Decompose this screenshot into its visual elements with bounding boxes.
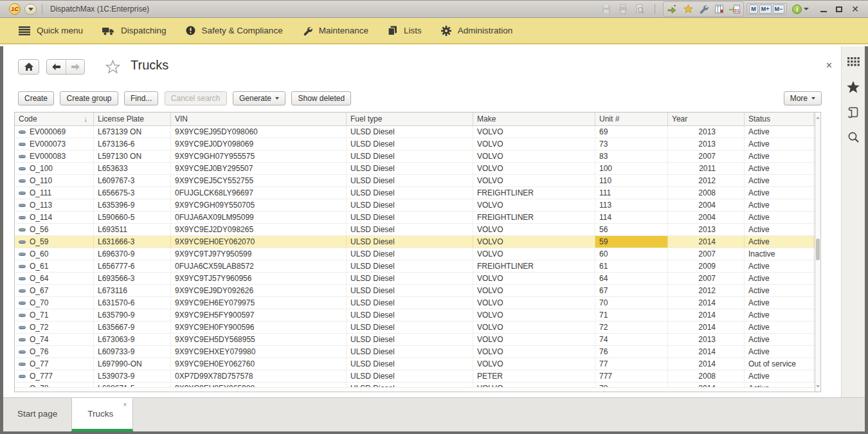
column-header-unit[interactable]: Unit # — [595, 113, 668, 125]
table-row[interactable]: O_61L656777-60FUJA6CX59LAB8572ULSD Diese… — [15, 260, 815, 273]
print-preview-icon — [633, 3, 647, 15]
column-header-make[interactable]: Make — [473, 113, 595, 125]
favorites-star-icon[interactable] — [681, 3, 695, 15]
cell-make: VOLVO — [473, 309, 595, 321]
home-button[interactable] — [18, 59, 39, 75]
table-row[interactable]: O_78L608671-59X9YC9EH8EY065988ULSD Diese… — [15, 383, 815, 387]
calendar-icon[interactable]: 31 — [727, 3, 741, 15]
column-header-plate[interactable]: License Plate — [94, 113, 171, 125]
table-row[interactable]: O_111L656675-30FUJGLCK68LY96697ULSD Dies… — [15, 187, 815, 199]
catalog-item-icon — [19, 204, 26, 207]
table-row[interactable]: O_110L609767-39X9YC9EJ5CY552755ULSD Dies… — [15, 175, 815, 187]
menu-item-maintenance[interactable]: Maintenance — [293, 18, 378, 43]
table-row[interactable]: O_76L609733-99X9YC9EHXEY079980ULSD Diese… — [15, 346, 815, 358]
forward-button[interactable] — [66, 60, 84, 74]
search-icon[interactable] — [845, 129, 861, 145]
menu-item-administration[interactable]: Administration — [431, 18, 523, 43]
menu-item-lists[interactable]: Lists — [378, 18, 431, 43]
table-row[interactable]: O_59L631666-39X9YC9EH0EY062070ULSD Diese… — [15, 236, 815, 248]
menu-item-dispatching[interactable]: Dispatching — [93, 18, 176, 43]
back-button[interactable] — [47, 60, 66, 74]
catalog-item-icon — [19, 314, 26, 317]
table-row[interactable]: O_100L6536339X9YC9EJ0BY295507ULSD Diesel… — [15, 163, 815, 175]
cell-plate: L653633 — [94, 163, 171, 174]
cell-fuel: ULSD Diesel — [347, 285, 473, 296]
memory-icons-group: M M+ M− — [746, 3, 787, 15]
info-icon: i — [792, 5, 802, 14]
history-icon[interactable] — [845, 104, 861, 120]
table-row[interactable]: O_74L673063-99X9YC9EH5DY568955ULSD Diese… — [15, 334, 815, 346]
memory-m-plus-icon[interactable]: M+ — [759, 5, 772, 14]
horizontal-scrollbar[interactable] — [15, 387, 815, 392]
find-button[interactable]: Find... — [124, 91, 158, 105]
truck-icon — [102, 26, 114, 35]
show-deleted-button[interactable]: Show deleted — [291, 91, 351, 105]
table-row[interactable]: O_114L590660-50FUJA6AX09LM95099ULSD Dies… — [15, 212, 815, 224]
app-logo-1c-icon: 1C — [9, 3, 21, 15]
table-row[interactable]: O_72L635667-99X9YC9EH0FY900596ULSD Diese… — [15, 321, 815, 334]
close-window-button[interactable]: ✕ — [851, 5, 859, 14]
tab-trucks[interactable]: Trucks × — [71, 398, 133, 431]
cell-vin: 9X9YC9EH0FY900596 — [171, 321, 347, 333]
table-header-row: Code↓License PlateVINFuel typeMakeUnit #… — [15, 113, 815, 126]
close-tab-icon[interactable]: × — [123, 402, 127, 408]
table-row[interactable]: EV000083L597130 ON9X9YC9GH07Y955575ULSD … — [15, 150, 815, 163]
column-header-year[interactable]: Year — [668, 113, 745, 125]
cell-fuel: ULSD Diesel — [347, 383, 473, 387]
tab-start-page[interactable]: Start page — [3, 398, 71, 429]
add-to-favorites-star-icon[interactable] — [105, 60, 120, 77]
column-header-status[interactable]: Status — [745, 113, 814, 125]
table-row[interactable]: EV000069L673139 ON9X9YC9EJ95DY098060ULSD… — [15, 126, 815, 138]
vertical-scrollbar[interactable] — [815, 113, 820, 392]
column-header-code[interactable]: Code↓ — [15, 113, 94, 125]
menu-item-quick-menu[interactable]: Quick menu — [9, 18, 93, 43]
info-button[interactable]: i — [792, 5, 809, 14]
table-row[interactable]: O_67L6731169X9YC9EJ9DY092626ULSD DieselV… — [15, 285, 815, 297]
apps-grid-icon[interactable] — [845, 54, 861, 69]
column-header-vin[interactable]: VIN — [171, 113, 347, 125]
favorites-filled-star-icon[interactable] — [845, 79, 861, 95]
column-header-fuel[interactable]: Fuel type — [347, 113, 473, 125]
cell-status: Active — [745, 236, 814, 248]
table-row[interactable]: O_60L696370-99X9YC9TJ97Y950599ULSD Diese… — [15, 248, 815, 260]
generate-button[interactable]: Generate — [233, 91, 285, 105]
catalog-item-icon — [19, 155, 26, 158]
cell-vin: 9X9YC9EJ5CY552755 — [171, 175, 347, 186]
cell-year: 2013 — [668, 126, 745, 138]
close-page-icon[interactable]: ✕ — [826, 62, 833, 69]
create-button[interactable]: Create — [18, 91, 54, 105]
table-row[interactable]: O_70L631570-69X9YC9EH6EY079975ULSD Diese… — [15, 297, 815, 309]
memory-m-icon[interactable]: M — [749, 5, 758, 14]
more-button[interactable]: More — [784, 91, 822, 105]
table-row[interactable]: O_64L693566-39X9YC9TJ57Y960956ULSD Diese… — [15, 273, 815, 285]
goto-link-icon[interactable] — [665, 3, 680, 15]
service-icons-group: 31 — [663, 1, 744, 17]
scroll-down-icon[interactable] — [816, 385, 820, 388]
cell-fuel: ULSD Diesel — [347, 370, 473, 382]
scroll-up-icon[interactable] — [816, 116, 820, 119]
table-row[interactable]: EV000073L673136-69X9YC9EJ0DY098069ULSD D… — [15, 138, 815, 150]
cell-unit: 113 — [595, 199, 668, 211]
memory-m-minus-icon[interactable]: M− — [773, 5, 785, 14]
table-row[interactable]: O_77L697990-ON9X9YC9EH0EY062760ULSD Dies… — [15, 358, 815, 370]
services-wrench-icon[interactable] — [696, 3, 710, 15]
catalog-item-icon — [19, 167, 26, 170]
scrollbar-thumb[interactable] — [816, 239, 820, 260]
cell-year: 2014 — [668, 346, 745, 357]
menu-item-safety-compliance[interactable]: Safety & Compliance — [176, 18, 293, 43]
minimize-button[interactable] — [820, 11, 827, 12]
cell-status: Active — [745, 126, 814, 138]
table-row[interactable]: O_71L635790-99X9YC9EH5FY900597ULSD Diese… — [15, 309, 815, 321]
table-row[interactable]: O_56L6935119X9YC9EJ2DY098265ULSD DieselV… — [15, 224, 815, 236]
maximize-button[interactable] — [836, 6, 842, 12]
main-menu-button[interactable] — [24, 4, 37, 15]
table-row[interactable]: O_777L539073-90XP7D99X78D757578ULSD Dies… — [15, 370, 815, 383]
table-row[interactable]: O_113L635396-99X9YC9GH09Y550705ULSD Dies… — [15, 199, 815, 212]
cell-fuel: ULSD Diesel — [347, 187, 473, 199]
catalog-item-icon — [19, 240, 26, 244]
history-nav-control — [46, 59, 85, 75]
create-group-button[interactable]: Create group — [60, 91, 118, 105]
forward-arrow-icon — [71, 63, 80, 71]
cell-fuel: ULSD Diesel — [347, 138, 473, 150]
table-settings-icon[interactable] — [712, 3, 726, 15]
